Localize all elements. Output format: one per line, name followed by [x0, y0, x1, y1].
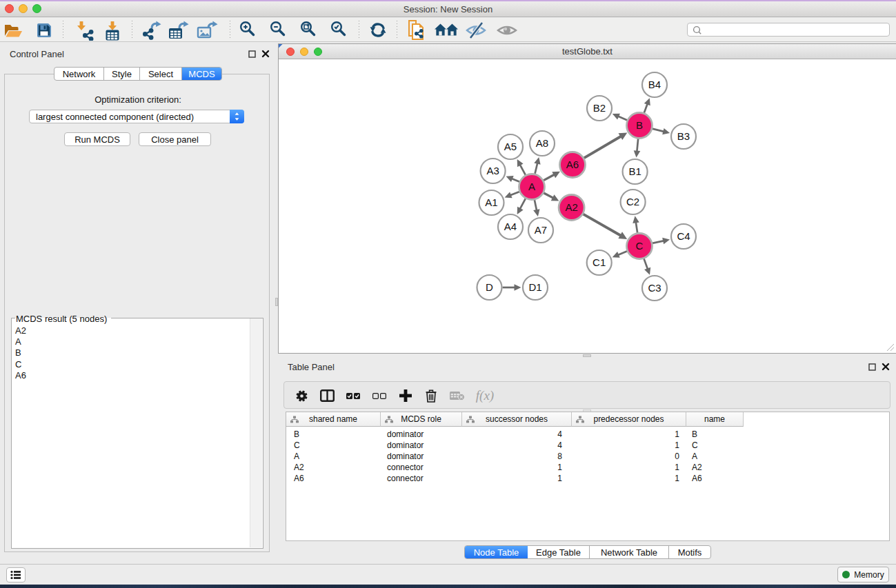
svg-text:C3: C3 — [648, 282, 661, 294]
svg-text:B1: B1 — [628, 165, 641, 177]
svg-text:A7: A7 — [535, 224, 547, 236]
svg-text:A: A — [528, 181, 535, 192]
svg-text:D1: D1 — [528, 281, 541, 293]
svg-text:A4: A4 — [504, 221, 517, 232]
svg-text:D: D — [486, 281, 493, 293]
svg-text:A5: A5 — [504, 141, 517, 152]
svg-text:A8: A8 — [536, 137, 548, 149]
svg-text:A1: A1 — [485, 196, 497, 208]
svg-text:C1: C1 — [593, 256, 606, 268]
svg-text:C4: C4 — [677, 230, 690, 242]
svg-text:B3: B3 — [677, 130, 690, 142]
svg-text:A2: A2 — [565, 201, 577, 213]
svg-text:B4: B4 — [648, 79, 661, 90]
svg-text:A6: A6 — [566, 159, 579, 170]
svg-text:C2: C2 — [626, 196, 639, 207]
svg-text:B2: B2 — [593, 102, 606, 114]
svg-text:B: B — [636, 119, 643, 131]
svg-text:C: C — [636, 240, 644, 252]
svg-text:A3: A3 — [486, 165, 499, 176]
